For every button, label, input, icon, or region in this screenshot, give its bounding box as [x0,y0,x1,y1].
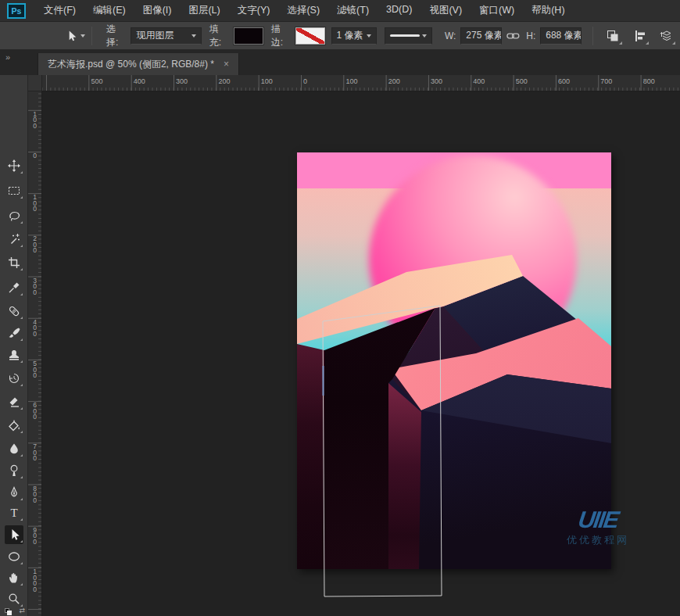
rectangular-marquee-tool[interactable] [5,181,23,200]
chevron-down-icon [367,34,371,38]
menu-item-7[interactable]: 3D(D) [378,0,421,22]
v-ruler-label: 1 0 0 0 [28,569,41,593]
h-ruler-label: 700 [600,77,612,85]
collapse-panels-chevrons[interactable]: » [5,52,9,62]
path-alignment-button[interactable] [631,27,650,45]
h-ruler-label: 600 [558,77,570,85]
path-arrangement-button[interactable] [657,27,676,45]
h-ruler-label: 300 [431,77,442,85]
h-ruler-label: 200 [218,77,230,85]
menu-item-1[interactable]: 编辑(E) [84,0,134,22]
solid-line-icon [390,34,420,37]
watermark: UIIE 优优教程网 [567,508,629,547]
watermark-text: 优优教程网 [567,533,629,547]
fill-color-swatch[interactable] [234,27,263,45]
v-ruler-label: 8 0 0 [28,486,41,504]
chevron-down-icon [191,34,196,38]
v-ruler-label: 5 0 0 [28,361,41,379]
swap-colors-icon[interactable]: ⇄ [19,607,25,614]
spot-healing-brush-tool[interactable] [5,302,23,321]
menu-item-6[interactable]: 滤镜(T) [328,0,378,22]
stroke-style-dropdown[interactable] [385,27,432,45]
horizontal-ruler[interactable]: 5004003002001000100200300400500600700800 [42,75,680,91]
svg-text:T: T [10,507,17,519]
v-ruler-label: 1 0 0 [28,195,41,213]
dodge-tool[interactable] [5,461,23,480]
move-tool[interactable] [5,156,23,175]
hand-tool[interactable] [5,568,23,587]
zoom-tool[interactable] [5,589,23,608]
blur-tool[interactable] [5,439,23,458]
document-canvas[interactable] [297,152,611,569]
stroke-label: 描边: [271,23,291,49]
watermark-logo: UIIE [565,508,631,532]
pen-tool[interactable] [5,483,23,502]
eraser-tool[interactable] [5,392,23,411]
h-ruler-label: 800 [643,77,655,85]
photoshop-logo[interactable]: Ps [7,3,26,19]
v-ruler-label: 1 0 0 [28,112,41,130]
h-ruler-label: 300 [176,77,188,85]
stroke-width-field[interactable]: 1 像素 [331,27,378,45]
select-mode-dropdown[interactable]: 现用图层 [131,27,201,45]
path-selection-cursor-icon [66,30,77,42]
menu-item-0[interactable]: 文件(F) [35,0,84,22]
shape-width-field[interactable]: 275 像素 [460,27,502,45]
height-label: H: [526,30,535,41]
magic-wand-tool[interactable] [5,230,23,249]
menu-bar: Ps 文件(F)编辑(E)图像(I)图层(L)文字(Y)选择(S)滤镜(T)3D… [0,0,680,22]
h-ruler-label: 100 [261,77,273,85]
document-tab[interactable]: 艺术海报.psd @ 50% (侧面2, RGB/8#) * × [38,53,239,75]
fill-label: 填充: [209,23,229,49]
close-tab-icon[interactable]: × [224,59,229,70]
eyedropper-tool[interactable] [5,278,23,297]
menu-item-4[interactable]: 文字(Y) [229,0,279,22]
path-alignment-icon [634,30,646,42]
menu-item-10[interactable]: 帮助(H) [523,0,573,22]
shape-height-field[interactable]: 688 像素 [540,27,582,45]
tool-strip: T⇄ [0,75,28,616]
menu-item-5[interactable]: 选择(S) [278,0,328,22]
history-brush-tool[interactable] [5,369,23,388]
type-tool[interactable]: T [5,503,23,522]
ellipse-shape-tool[interactable] [5,547,23,566]
menu-item-8[interactable]: 视图(V) [421,0,471,22]
current-tool-button[interactable] [66,30,85,42]
h-ruler-label: 500 [91,77,102,85]
v-ruler-label: 7 0 0 [28,444,41,462]
chevron-down-icon [81,34,85,38]
path-arrangement-icon [660,30,673,42]
paint-bucket-tool[interactable] [5,416,23,435]
ruler-origin-corner[interactable] [28,75,42,91]
menu-item-3[interactable]: 图层(L) [180,0,228,22]
width-label: W: [445,30,456,41]
h-ruler-label: 0 [303,77,307,85]
chevron-down-icon [422,34,427,38]
select-label: 选择: [106,23,126,49]
document-tab-bar: » 艺术海报.psd @ 50% (侧面2, RGB/8#) * × [0,50,680,75]
photoshop-window: Ps 文件(F)编辑(E)图像(I)图层(L)文字(Y)选择(S)滤镜(T)3D… [0,0,680,616]
lasso-tool[interactable] [5,206,23,225]
v-ruler-label: 0 [28,153,41,159]
v-ruler-label: 2 0 0 [28,236,41,254]
document-title: 艺术海报.psd @ 50% (侧面2, RGB/8#) * [48,58,214,71]
path-operations-button[interactable] [603,27,622,45]
link-dimensions-icon[interactable] [506,30,520,41]
h-ruler-label: 200 [388,77,400,85]
crop-tool[interactable] [5,253,23,272]
v-ruler-label: 6 0 0 [28,403,41,421]
path-selection-tool[interactable] [5,525,23,544]
h-ruler-label: 400 [134,77,145,85]
menu-item-9[interactable]: 窗口(W) [471,0,523,22]
h-ruler-label: 400 [473,77,485,85]
v-ruler-label: 9 0 0 [28,528,41,546]
stroke-color-swatch[interactable] [295,27,324,45]
options-bar: 选择: 现用图层 填充: 描边: 1 像素 W: 275 像素 H: 688 像… [0,22,680,50]
h-ruler-label: 100 [345,77,357,85]
default-colors-icon[interactable] [5,608,12,615]
v-ruler-label: 4 0 0 [28,320,41,338]
menu-item-2[interactable]: 图像(I) [134,0,181,22]
clone-stamp-tool[interactable] [5,346,23,364]
vertical-ruler[interactable]: 1 0 001 0 02 0 03 0 04 0 05 0 06 0 07 0 … [28,91,42,616]
brush-tool[interactable] [5,324,23,342]
